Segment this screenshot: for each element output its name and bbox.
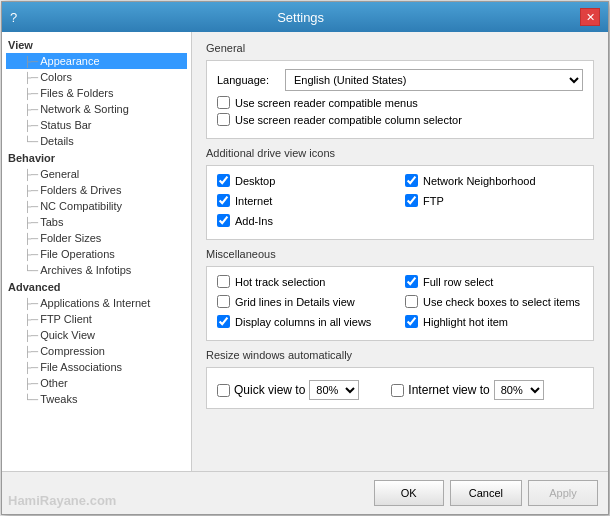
- sidebar-item-label: General: [40, 168, 79, 180]
- sidebar-item-label: Compression: [40, 345, 105, 357]
- display-columns-label: Display columns in all views: [235, 316, 371, 328]
- internet-checkbox[interactable]: [217, 194, 230, 207]
- sidebar-item-general[interactable]: ├─ General: [6, 166, 187, 182]
- screen-reader-menus-checkbox[interactable]: [217, 96, 230, 109]
- grid-lines-row: Grid lines in Details view: [217, 295, 395, 308]
- apply-button[interactable]: Apply: [528, 480, 598, 506]
- highlight-hot-label: Highlight hot item: [423, 316, 508, 328]
- display-columns-checkbox[interactable]: [217, 315, 230, 328]
- quick-view-label: Quick view to: [234, 383, 305, 397]
- sidebar-item-status-bar[interactable]: ├─ Status Bar: [6, 117, 187, 133]
- section-resize-title: Resize windows automatically: [206, 349, 594, 361]
- misc-group: Hot track selection Full row select Grid…: [206, 266, 594, 341]
- tree-connector: ├─: [24, 378, 38, 389]
- sidebar-item-network-sorting[interactable]: ├─ Network & Sorting: [6, 101, 187, 117]
- hot-track-checkbox[interactable]: [217, 275, 230, 288]
- sidebar-item-archives-infotips[interactable]: └─ Archives & Infotips: [6, 262, 187, 278]
- tree-connector: ├─: [24, 169, 38, 180]
- help-button[interactable]: ?: [10, 10, 17, 25]
- full-row-select-checkbox[interactable]: [405, 275, 418, 288]
- language-select[interactable]: English (United States): [285, 69, 583, 91]
- grid-lines-label: Grid lines in Details view: [235, 296, 355, 308]
- sidebar-item-label: Details: [40, 135, 74, 147]
- sidebar-item-file-associations[interactable]: ├─ File Associations: [6, 359, 187, 375]
- quick-view-checkbox[interactable]: [217, 384, 230, 397]
- tree-connector: ├─: [24, 298, 38, 309]
- dialog-title: Settings: [21, 10, 580, 25]
- sidebar-item-folder-sizes[interactable]: ├─ Folder Sizes: [6, 230, 187, 246]
- sidebar-item-label: Folder Sizes: [40, 232, 101, 244]
- check-boxes-checkbox[interactable]: [405, 295, 418, 308]
- sidebar-item-label: FTP Client: [40, 313, 92, 325]
- sidebar: View ├─ Appearance ├─ Colors ├─ Files & …: [2, 32, 192, 471]
- drive-icons-group: Desktop Network Neighborhood Internet FT…: [206, 165, 594, 240]
- sidebar-item-label: Tweaks: [40, 393, 77, 405]
- tree-connector: ├─: [24, 88, 38, 99]
- quick-view-select[interactable]: 80% 90% 100%: [309, 380, 359, 400]
- cancel-button[interactable]: Cancel: [450, 480, 522, 506]
- resize-row: Quick view to 80% 90% 100% Internet view…: [217, 380, 583, 400]
- internet-view-checkbox[interactable]: [391, 384, 404, 397]
- quick-view-field: Quick view to 80% 90% 100%: [217, 380, 359, 400]
- ftp-checkbox[interactable]: [405, 194, 418, 207]
- sidebar-item-label: File Operations: [40, 248, 115, 260]
- section-drive-icons-title: Additional drive view icons: [206, 147, 594, 159]
- screen-reader-column-checkbox[interactable]: [217, 113, 230, 126]
- desktop-checkbox[interactable]: [217, 174, 230, 187]
- sidebar-item-label: Colors: [40, 71, 72, 83]
- tree-connector: ├─: [24, 217, 38, 228]
- tree-connector: └─: [24, 394, 38, 405]
- close-button[interactable]: ✕: [580, 8, 600, 26]
- sidebar-item-ftp-client[interactable]: ├─ FTP Client: [6, 311, 187, 327]
- check-boxes-row: Use check boxes to select items: [405, 295, 583, 308]
- ok-button[interactable]: OK: [374, 480, 444, 506]
- dialog-body: View ├─ Appearance ├─ Colors ├─ Files & …: [2, 32, 608, 471]
- sidebar-item-applications-internet[interactable]: ├─ Applications & Internet: [6, 295, 187, 311]
- internet-view-label: Internet view to: [408, 383, 489, 397]
- sidebar-section-advanced: Advanced: [6, 278, 187, 295]
- check-boxes-label: Use check boxes to select items: [423, 296, 580, 308]
- sidebar-item-label: Applications & Internet: [40, 297, 150, 309]
- sidebar-item-colors[interactable]: ├─ Colors: [6, 69, 187, 85]
- sidebar-item-tweaks[interactable]: └─ Tweaks: [6, 391, 187, 407]
- misc-grid: Hot track selection Full row select Grid…: [217, 275, 583, 332]
- sidebar-item-quick-view[interactable]: ├─ Quick View: [6, 327, 187, 343]
- sidebar-item-label: File Associations: [40, 361, 122, 373]
- tree-connector: ├─: [24, 201, 38, 212]
- network-neighborhood-checkbox[interactable]: [405, 174, 418, 187]
- sidebar-item-label: Quick View: [40, 329, 95, 341]
- display-columns-row: Display columns in all views: [217, 315, 395, 328]
- full-row-select-label: Full row select: [423, 276, 493, 288]
- hot-track-row: Hot track selection: [217, 275, 395, 288]
- section-misc-title: Miscellaneous: [206, 248, 594, 260]
- sidebar-item-compression[interactable]: ├─ Compression: [6, 343, 187, 359]
- tree-connector: ├─: [24, 330, 38, 341]
- grid-lines-checkbox[interactable]: [217, 295, 230, 308]
- sidebar-item-file-operations[interactable]: ├─ File Operations: [6, 246, 187, 262]
- sidebar-item-label: Network & Sorting: [40, 103, 129, 115]
- sidebar-section-view: View: [6, 36, 187, 53]
- sidebar-item-label: Status Bar: [40, 119, 91, 131]
- screen-reader-column-row: Use screen reader compatible column sele…: [217, 113, 583, 126]
- language-row: Language: English (United States): [217, 69, 583, 91]
- sidebar-item-other[interactable]: ├─ Other: [6, 375, 187, 391]
- general-group: Language: English (United States) Use sc…: [206, 60, 594, 139]
- tree-connector: ├─: [24, 346, 38, 357]
- sidebar-item-appearance[interactable]: ├─ Appearance: [6, 53, 187, 69]
- section-general-title: General: [206, 42, 594, 54]
- sidebar-item-files-folders[interactable]: ├─ Files & Folders: [6, 85, 187, 101]
- tree-connector: ├─: [24, 104, 38, 115]
- language-label: Language:: [217, 74, 277, 86]
- internet-view-select[interactable]: 80% 90% 100%: [494, 380, 544, 400]
- sidebar-item-details[interactable]: └─ Details: [6, 133, 187, 149]
- sidebar-item-folders-drives[interactable]: ├─ Folders & Drives: [6, 182, 187, 198]
- tree-connector: ├─: [24, 314, 38, 325]
- tree-connector: ├─: [24, 72, 38, 83]
- sidebar-item-tabs[interactable]: ├─ Tabs: [6, 214, 187, 230]
- highlight-hot-checkbox[interactable]: [405, 315, 418, 328]
- tree-connector: ├─: [24, 362, 38, 373]
- dialog-footer: OK Cancel Apply: [2, 471, 608, 514]
- addins-checkbox[interactable]: [217, 214, 230, 227]
- sidebar-item-label: Other: [40, 377, 68, 389]
- sidebar-item-nc-compatibility[interactable]: ├─ NC Compatibility: [6, 198, 187, 214]
